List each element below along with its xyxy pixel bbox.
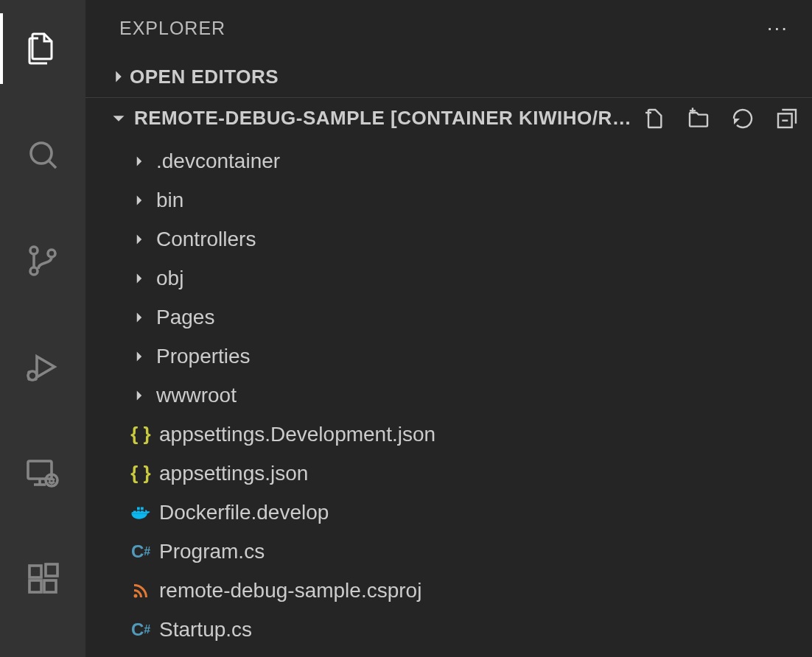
csharp-icon: C#	[130, 541, 152, 563]
folder-label: obj	[156, 267, 183, 290]
tree-file[interactable]: { } appsettings.json	[85, 454, 812, 493]
tree-folder[interactable]: Controllers	[85, 219, 812, 259]
svg-rect-29	[141, 507, 144, 510]
chevron-right-icon	[130, 347, 149, 366]
folder-label: Properties	[156, 345, 251, 368]
svg-line-1	[49, 161, 56, 168]
activity-extensions[interactable]	[0, 544, 85, 614]
folder-label: wwwroot	[156, 384, 237, 407]
svg-line-10	[35, 379, 37, 380]
open-editors-label: OPEN EDITORS	[130, 66, 279, 88]
search-icon	[25, 137, 60, 172]
debug-icon	[25, 349, 60, 384]
file-label: remote-debug-sample.csproj	[159, 579, 421, 602]
activity-source-control[interactable]	[0, 225, 85, 296]
chevron-right-icon	[130, 269, 149, 288]
csproj-icon	[130, 580, 152, 602]
remote-icon	[25, 455, 60, 491]
new-folder-icon[interactable]	[687, 107, 710, 130]
svg-rect-16	[29, 580, 41, 592]
refresh-icon[interactable]	[731, 107, 755, 130]
git-branch-icon	[25, 243, 60, 278]
svg-line-8	[35, 371, 37, 373]
sidebar-title: EXPLORER	[119, 18, 225, 39]
chevron-right-icon	[130, 191, 149, 210]
tree-folder[interactable]: Pages	[85, 298, 812, 337]
chevron-right-icon	[130, 386, 149, 405]
extensions-icon	[25, 561, 60, 597]
explorer-sidebar: EXPLORER ··· OPEN EDITORS REMOTE-DEBUG-S…	[85, 0, 812, 657]
svg-point-30	[134, 594, 138, 597]
activity-debug[interactable]	[0, 331, 85, 402]
tree-folder[interactable]: bin	[85, 180, 812, 219]
activity-explorer[interactable]	[0, 13, 85, 84]
chevron-right-icon	[130, 230, 149, 249]
svg-rect-18	[46, 564, 57, 576]
svg-point-2	[30, 247, 38, 254]
chevron-right-icon	[130, 308, 149, 327]
svg-point-0	[31, 143, 52, 164]
folder-label: bin	[156, 189, 183, 212]
svg-point-3	[30, 267, 38, 275]
json-icon: { }	[130, 463, 152, 485]
activity-search[interactable]	[0, 119, 85, 190]
file-label: Startup.cs	[159, 618, 252, 642]
tree-folder[interactable]: obj	[85, 259, 812, 298]
workspace-actions	[634, 107, 799, 130]
chevron-right-icon	[130, 152, 149, 171]
svg-line-7	[28, 371, 29, 373]
sidebar-header: EXPLORER ···	[85, 0, 812, 56]
chevron-down-icon	[108, 108, 130, 130]
tree-file[interactable]: remote-debug-sample.csproj	[85, 571, 812, 610]
svg-rect-15	[29, 566, 41, 577]
files-icon	[25, 31, 60, 66]
file-tree: .devcontainer bin Controllers obj Pages …	[85, 138, 812, 652]
activity-remote[interactable]	[0, 438, 85, 508]
tree-file[interactable]: Dockerfile.develop	[85, 493, 812, 532]
svg-marker-5	[37, 356, 55, 377]
tree-folder[interactable]: Properties	[85, 337, 812, 376]
tree-folder[interactable]: wwwroot	[85, 376, 812, 415]
file-label: appsettings.json	[159, 462, 308, 485]
tree-file[interactable]: C# Program.cs	[85, 532, 812, 571]
csharp-icon: C#	[130, 619, 152, 641]
more-actions-icon[interactable]: ···	[767, 16, 788, 40]
svg-line-9	[28, 379, 29, 380]
docker-icon	[130, 502, 152, 524]
json-icon: { }	[130, 424, 152, 446]
svg-rect-28	[137, 507, 140, 510]
workspace-header[interactable]: REMOTE-DEBUG-SAMPLE [CONTAINER KIWIHO/R…	[85, 97, 812, 138]
activity-bar	[0, 0, 85, 657]
collapse-all-icon[interactable]	[775, 107, 799, 130]
tree-file[interactable]: { } appsettings.Development.json	[85, 415, 812, 454]
folder-label: .devcontainer	[156, 150, 280, 173]
open-editors-header[interactable]: OPEN EDITORS	[85, 56, 812, 97]
folder-label: Pages	[156, 306, 214, 329]
file-label: Dockerfile.develop	[159, 501, 329, 524]
tree-file[interactable]: C# Startup.cs	[85, 610, 812, 649]
workspace-label: REMOTE-DEBUG-SAMPLE [CONTAINER KIWIHO/R…	[134, 107, 631, 130]
file-label: Program.cs	[159, 540, 265, 563]
svg-point-4	[48, 250, 55, 257]
folder-label: Controllers	[156, 228, 256, 251]
svg-rect-17	[44, 580, 56, 592]
chevron-right-icon	[108, 66, 130, 88]
file-label: appsettings.Development.json	[159, 423, 435, 446]
new-file-icon[interactable]	[643, 107, 666, 130]
tree-folder[interactable]: .devcontainer	[85, 141, 812, 180]
